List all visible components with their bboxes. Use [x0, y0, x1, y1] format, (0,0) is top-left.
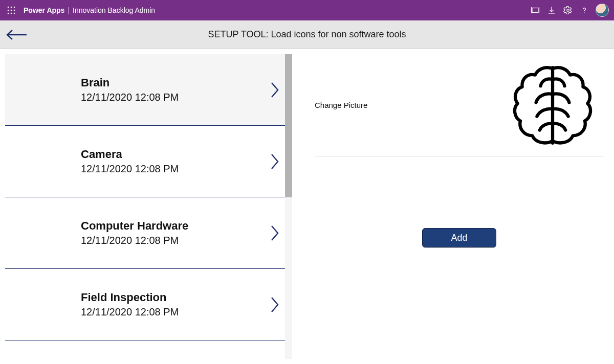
svg-point-1	[11, 7, 12, 8]
add-button[interactable]: Add	[422, 228, 496, 247]
chevron-right-icon	[270, 296, 279, 313]
chevron-right-icon	[270, 81, 279, 99]
gear-icon[interactable]	[560, 2, 576, 18]
list-item-date: 12/11/2020 12:08 PM	[81, 306, 179, 318]
list-item-date: 12/11/2020 12:08 PM	[81, 92, 179, 103]
svg-point-6	[8, 13, 9, 14]
list-item[interactable]: Camera12/11/2020 12:08 PM	[5, 126, 286, 197]
app-header: Power Apps | Innovation Backlog Admin	[0, 0, 614, 20]
download-icon[interactable]	[543, 2, 560, 18]
brain-icon	[507, 59, 599, 151]
list-scrollbar-thumb[interactable]	[285, 54, 292, 197]
list-item[interactable]: Brain12/11/2020 12:08 PM	[5, 54, 286, 126]
user-avatar[interactable]	[596, 4, 609, 17]
svg-point-2	[14, 7, 15, 8]
svg-point-5	[14, 10, 15, 11]
list-item-date: 12/11/2020 12:08 PM	[81, 163, 179, 175]
app-title: Power Apps	[24, 6, 64, 14]
back-arrow-icon[interactable]	[5, 29, 28, 41]
svg-point-3	[8, 10, 9, 11]
help-icon[interactable]	[576, 2, 593, 18]
page-name: Innovation Backlog Admin	[73, 6, 155, 14]
list-item-name: Camera	[81, 148, 179, 161]
svg-rect-9	[532, 8, 538, 13]
app-launcher-icon[interactable]	[5, 4, 17, 16]
svg-point-4	[11, 10, 12, 11]
icon-preview	[501, 57, 604, 154]
list-scrollbar[interactable]	[285, 54, 292, 359]
svg-point-8	[14, 13, 15, 14]
change-picture-row[interactable]: Change Picture	[315, 54, 604, 156]
list-item[interactable]: Field Inspection12/11/2020 12:08 PM	[5, 269, 286, 340]
title-separator: |	[68, 6, 70, 14]
list-item-date: 12/11/2020 12:08 PM	[81, 235, 188, 246]
detail-panel: Change Picture	[294, 49, 614, 364]
list-item[interactable]: Computer Hardware12/11/2020 12:08 PM	[5, 197, 286, 269]
change-picture-label: Change Picture	[315, 101, 367, 109]
svg-point-15	[584, 12, 584, 13]
tool-list-panel: Brain12/11/2020 12:08 PMCamera12/11/2020…	[0, 49, 294, 364]
svg-point-7	[11, 13, 12, 14]
page-subheader: SETUP TOOL: Load icons for non software …	[0, 20, 614, 49]
list-item-name: Brain	[81, 76, 179, 89]
svg-point-14	[567, 9, 569, 12]
chevron-right-icon	[270, 224, 279, 242]
list-item-name: Computer Hardware	[81, 219, 188, 233]
svg-point-0	[8, 7, 9, 8]
page-title: SETUP TOOL: Load icons for non software …	[208, 29, 406, 40]
chevron-right-icon	[270, 153, 279, 170]
fit-to-screen-icon[interactable]	[527, 2, 543, 18]
list-item-name: Field Inspection	[81, 291, 179, 304]
content-area: Brain12/11/2020 12:08 PMCamera12/11/2020…	[0, 49, 614, 364]
